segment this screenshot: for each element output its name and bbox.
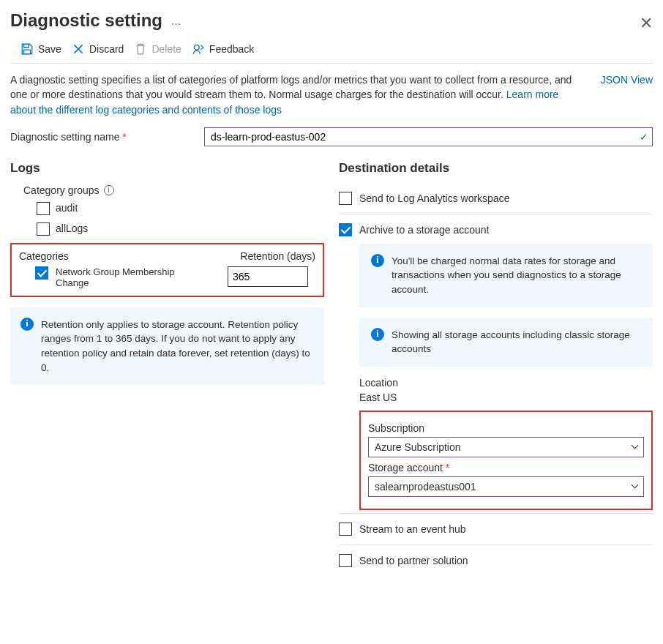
setting-name-input[interactable] [204, 127, 653, 146]
toolbar: Save Discard Delete Feedback [10, 38, 653, 64]
info-icon: i [371, 254, 384, 267]
location-value: East US [359, 392, 653, 403]
categories-label: Categories [19, 250, 69, 262]
charge-note: i You'll be charged normal data rates fo… [359, 244, 653, 307]
audit-row[interactable]: audit [37, 202, 324, 215]
save-button[interactable]: Save [20, 42, 61, 56]
partner-checkbox[interactable] [339, 554, 352, 567]
intro-text: A diagnostic setting specifies a list of… [10, 72, 586, 117]
info-icon: i [371, 328, 384, 341]
chevron-down-icon [632, 442, 639, 449]
delete-button: Delete [134, 42, 181, 56]
audit-checkbox[interactable] [37, 202, 50, 215]
location-label: Location [359, 377, 653, 389]
storage-select[interactable]: salearnprodeastus001 [368, 476, 644, 497]
retention-input[interactable] [228, 266, 308, 287]
destination-heading: Destination details [339, 161, 653, 176]
sa-checkbox[interactable] [339, 223, 352, 236]
logs-heading: Logs [10, 161, 324, 176]
alllogs-row[interactable]: allLogs [37, 222, 324, 236]
category-checkbox[interactable] [35, 266, 48, 280]
info-icon[interactable]: i [104, 185, 114, 195]
info-icon: i [20, 318, 34, 331]
feedback-icon [192, 42, 205, 56]
storage-label: Storage account * [368, 462, 644, 473]
dest-la-row[interactable]: Send to Log Analytics workspace [339, 183, 653, 214]
category-label: Network Group Membership Change [56, 266, 187, 288]
dest-sa-row[interactable]: Archive to a storage account [339, 223, 653, 236]
subscription-label: Subscription [368, 422, 644, 434]
setting-name-label: Diagnostic setting name * [10, 131, 190, 143]
feedback-button[interactable]: Feedback [192, 42, 254, 56]
subscription-select[interactable]: Azure Subscription [368, 437, 644, 457]
eh-checkbox[interactable] [339, 523, 352, 536]
chevron-down-icon [632, 482, 639, 489]
more-icon[interactable]: ⋯ [171, 18, 181, 29]
retention-label: Retention (days) [240, 250, 315, 262]
classic-note: i Showing all storage accounts including… [359, 318, 653, 367]
category-groups-label: Category groups i [23, 184, 324, 196]
storage-highlight: Subscription Azure Subscription Storage … [359, 411, 653, 510]
alllogs-checkbox[interactable] [37, 222, 50, 236]
svg-point-0 [194, 45, 199, 50]
dest-partner-row[interactable]: Send to partner solution [339, 545, 653, 576]
dest-eh-row[interactable]: Stream to an event hub [339, 514, 653, 545]
page-title: Diagnostic setting [10, 10, 162, 31]
retention-note: i Retention only applies to storage acco… [10, 307, 324, 385]
la-checkbox[interactable] [339, 192, 352, 205]
discard-button[interactable]: Discard [72, 42, 124, 56]
close-icon[interactable]: ✕ [640, 15, 653, 31]
json-view-link[interactable]: JSON View [601, 72, 653, 117]
valid-icon: ✓ [640, 131, 648, 143]
discard-icon [72, 42, 85, 56]
categories-highlight: Categories Retention (days) Network Grou… [10, 243, 324, 297]
save-icon [20, 42, 34, 56]
delete-icon [134, 42, 147, 56]
